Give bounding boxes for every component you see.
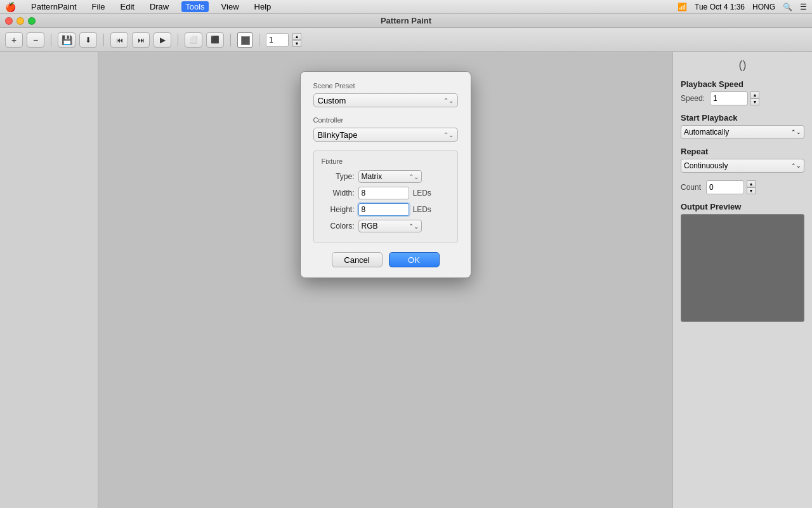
fixture-box: Fixture Type: Matrix ⌃⌄ Width: LEDs xyxy=(313,150,458,243)
repeat-arrow: ⌃⌄ xyxy=(791,163,801,169)
count-label: Count xyxy=(681,183,701,192)
ok-button[interactable]: OK xyxy=(389,252,440,267)
menu-edit[interactable]: Edit xyxy=(118,2,137,11)
fixture-colors-dropdown[interactable]: RGB ⌃⌄ xyxy=(358,220,422,232)
search-icon[interactable]: 🔍 xyxy=(783,3,792,11)
fixture-width-input[interactable] xyxy=(358,187,409,199)
start-playback-arrow: ⌃⌄ xyxy=(791,129,801,135)
controller-arrow: ⌃⌄ xyxy=(443,131,454,138)
repeat-label: Repeat xyxy=(681,147,804,156)
maximize-button[interactable] xyxy=(28,17,36,25)
record-button[interactable]: ⬜ xyxy=(185,32,202,48)
fixture-width-unit: LEDs xyxy=(413,189,431,197)
controller-label: Controller xyxy=(313,116,458,124)
repeat-value: Continuously xyxy=(684,161,728,170)
menu-draw[interactable]: Draw xyxy=(147,2,171,11)
controller-row: BlinkyTape ⌃⌄ xyxy=(313,128,458,142)
speed-row: Speed: ▲ ▼ xyxy=(681,91,804,105)
fastforward-button[interactable]: ⏭ xyxy=(132,32,150,48)
fixture-type-row: Type: Matrix ⌃⌄ xyxy=(322,170,450,183)
add-button[interactable]: + xyxy=(5,32,23,48)
modal-buttons: Cancel OK xyxy=(313,252,458,267)
fixture-colors-value: RGB xyxy=(362,222,378,231)
save-button[interactable]: 💾 xyxy=(58,32,75,48)
count-up[interactable]: ▲ xyxy=(747,180,756,187)
display-button[interactable]: ⬛ xyxy=(206,32,224,48)
right-panel: () Playback Speed Speed: ▲ ▼ Start Playb… xyxy=(672,52,812,508)
fixture-width-row: Width: LEDs xyxy=(322,187,450,199)
count-row: Count ▲ ▼ xyxy=(681,180,804,194)
start-playback-value: Automatically xyxy=(684,128,729,137)
play-button[interactable]: ▶ xyxy=(154,32,171,48)
download-button[interactable]: ⬇ xyxy=(79,32,97,48)
fixture-label: Fixture xyxy=(322,157,450,165)
fixture-height-label: Height: xyxy=(322,205,355,214)
count-section: Count ▲ ▼ xyxy=(681,180,804,194)
main-area: Scene Preset Custom ⌃⌄ Controller Blinky… xyxy=(0,52,812,508)
count-stepper[interactable]: ▲ ▼ xyxy=(747,180,756,194)
stepper-down[interactable]: ▼ xyxy=(292,40,301,47)
scene-preset-dropdown[interactable]: Custom ⌃⌄ xyxy=(313,93,458,107)
counter-display: () xyxy=(681,58,804,72)
title-bar: Pattern Paint xyxy=(0,14,812,28)
fixture-colors-arrow: ⌃⌄ xyxy=(409,223,419,230)
menu-list-icon[interactable]: ☰ xyxy=(800,3,807,11)
repeat-select[interactable]: Continuously ⌃⌄ xyxy=(681,159,804,173)
output-preview-section: Output Preview xyxy=(681,202,804,322)
count-input[interactable] xyxy=(706,180,744,194)
menu-patternpaint[interactable]: PatternPaint xyxy=(29,2,79,11)
speed-down[interactable]: ▼ xyxy=(750,98,759,105)
fixture-type-value: Matrix xyxy=(362,172,383,181)
playback-speed-section: Playback Speed Speed: ▲ ▼ xyxy=(681,79,804,105)
fixture-type-dropdown[interactable]: Matrix ⌃⌄ xyxy=(358,170,422,183)
scene-preset-arrow: ⌃⌄ xyxy=(443,97,454,104)
toolbar-sep-4 xyxy=(230,34,231,46)
toolbar: + − 💾 ⬇ ⏮ ⏭ ▶ ⬜ ⬛ 1 ▲ ▼ xyxy=(0,28,812,52)
close-button[interactable] xyxy=(5,17,13,25)
fixture-height-input[interactable] xyxy=(358,203,409,216)
frame-stepper[interactable]: ▲ ▼ xyxy=(292,33,301,47)
wifi-icon: 📶 xyxy=(678,3,687,11)
username: HONG xyxy=(752,3,775,11)
left-sidebar xyxy=(0,52,98,508)
menu-view[interactable]: View xyxy=(219,2,242,11)
speed-up[interactable]: ▲ xyxy=(750,91,759,98)
playback-speed-label: Playback Speed xyxy=(681,79,804,89)
remove-button[interactable]: − xyxy=(27,32,44,48)
scene-preset-row: Custom ⌃⌄ xyxy=(313,93,458,107)
color-overlay xyxy=(241,36,250,45)
controller-dropdown[interactable]: BlinkyTape ⌃⌄ xyxy=(313,128,458,142)
cancel-button[interactable]: Cancel xyxy=(332,252,383,267)
toolbar-sep-5 xyxy=(259,34,259,46)
stepper-up[interactable]: ▲ xyxy=(292,33,301,40)
fixture-width-label: Width: xyxy=(322,189,355,197)
fixture-colors-label: Colors: xyxy=(322,222,355,231)
fixture-height-unit: LEDs xyxy=(413,205,431,214)
scene-preset-label: Scene Preset xyxy=(313,82,458,90)
menu-file[interactable]: File xyxy=(89,2,108,11)
fixture-height-row: Height: LEDs xyxy=(322,203,450,216)
toolbar-sep-3 xyxy=(178,34,178,46)
rewind-button[interactable]: ⏮ xyxy=(110,32,128,48)
apple-menu[interactable]: 🍎 xyxy=(5,2,16,12)
start-playback-select[interactable]: Automatically ⌃⌄ xyxy=(681,125,804,139)
repeat-section: Repeat Continuously ⌃⌄ xyxy=(681,147,804,173)
speed-sublabel: Speed: xyxy=(681,94,705,103)
menu-tools[interactable]: Tools xyxy=(181,1,208,12)
fixture-colors-row: Colors: RGB ⌃⌄ xyxy=(322,220,450,232)
modal-overlay: Scene Preset Custom ⌃⌄ Controller Blinky… xyxy=(98,52,672,508)
start-playback-label: Start Playback xyxy=(681,113,804,123)
speed-stepper[interactable]: ▲ ▼ xyxy=(750,91,759,105)
traffic-lights xyxy=(5,17,36,25)
minimize-button[interactable] xyxy=(16,17,24,25)
start-playback-section: Start Playback Automatically ⌃⌄ xyxy=(681,113,804,139)
controller-value: BlinkyTape xyxy=(318,130,358,140)
menu-help[interactable]: Help xyxy=(252,2,274,11)
menu-bar: 🍎 PatternPaint File Edit Draw Tools View… xyxy=(0,0,812,14)
count-down[interactable]: ▼ xyxy=(747,187,756,194)
frame-number: 1 xyxy=(266,33,289,47)
fixture-type-arrow: ⌃⌄ xyxy=(409,173,419,180)
speed-input[interactable] xyxy=(710,91,748,105)
output-preview-label: Output Preview xyxy=(681,202,804,211)
window-title: Pattern Paint xyxy=(381,16,431,25)
